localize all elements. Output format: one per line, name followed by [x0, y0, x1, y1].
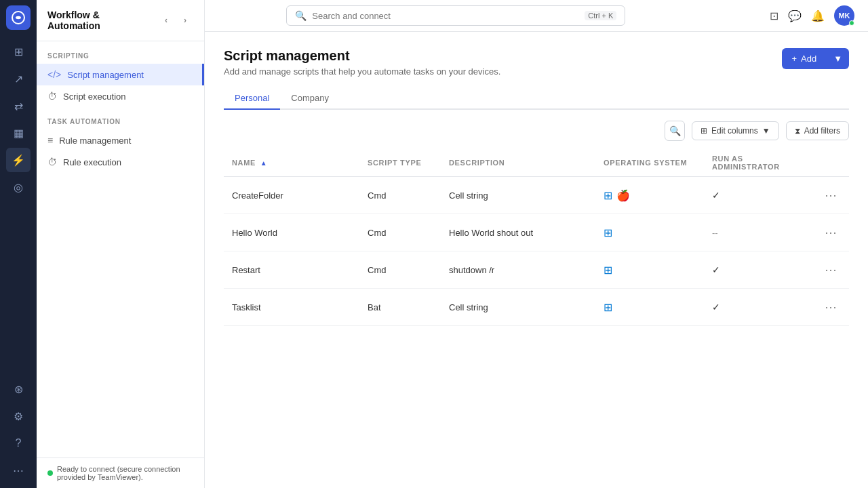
- windows-icon: ⊞: [604, 264, 612, 277]
- row-menu-button[interactable]: ⋯: [821, 224, 841, 241]
- script-management-icon: </>: [47, 69, 61, 80]
- cell-name: Hello World: [224, 214, 359, 251]
- task-automation-section-label: TASK AUTOMATION: [37, 107, 204, 129]
- sidebar-header: Workflow & Automation ‹ ›: [37, 0, 204, 41]
- admin-check: ✓: [712, 190, 720, 201]
- rail-more-icon[interactable]: ⋯: [6, 458, 31, 483]
- search-filter-button[interactable]: 🔍: [665, 121, 685, 141]
- admin-check: ✓: [712, 302, 720, 312]
- cell-os: ⊞: [595, 251, 704, 289]
- windows-icon: ⊞: [604, 301, 612, 314]
- add-button-dropdown-arrow[interactable]: ▼: [827, 48, 849, 69]
- rail-contacts-icon[interactable]: ◎: [6, 175, 31, 199]
- status-dot: [47, 470, 53, 476]
- filter-icon: ⧗: [795, 126, 800, 136]
- tab-personal[interactable]: Personal: [224, 87, 280, 110]
- rail-remote-icon[interactable]: ↗: [6, 66, 31, 91]
- edit-columns-button[interactable]: ⊞ Edit columns ▼: [692, 121, 779, 140]
- col-header-actions: [812, 149, 849, 177]
- sidebar-item-rule-management[interactable]: ≡ Rule management: [37, 129, 204, 151]
- rail-home-icon[interactable]: ⊞: [6, 39, 31, 64]
- windows-icon: ⊞: [604, 189, 612, 202]
- cell-admin: ✓: [704, 289, 812, 326]
- sort-icon: ▲: [260, 159, 268, 167]
- cell-os: ⊞: [595, 289, 704, 326]
- search-shortcut: Ctrl + K: [585, 11, 616, 20]
- windows-icon: ⊞: [604, 226, 612, 239]
- cell-actions: ⋯: [812, 214, 849, 251]
- tab-company[interactable]: Company: [280, 87, 340, 110]
- scripting-section-label: SCRIPTING: [37, 41, 204, 64]
- table-row: Tasklist Bat Cell string ⊞ ✓ ⋯: [224, 289, 849, 326]
- rail-integration-icon[interactable]: ⊛: [6, 377, 31, 401]
- cell-actions: ⋯: [812, 251, 849, 289]
- cell-description: Hello World shout out: [441, 214, 595, 251]
- add-filters-label: Add filters: [804, 126, 840, 136]
- cell-script-type: Bat: [359, 289, 441, 326]
- main-content: 🔍 Ctrl + K ⊡ 💬 🔔 MK Script management Ad…: [205, 0, 868, 488]
- cell-script-type: Cmd: [359, 251, 441, 289]
- chat-icon[interactable]: 💬: [788, 9, 802, 22]
- cell-name: Tasklist: [224, 289, 359, 326]
- notifications-icon[interactable]: 🔔: [811, 9, 825, 22]
- col-header-description: DESCRIPTION: [441, 149, 595, 177]
- col-header-script-type: SCRIPT TYPE: [359, 149, 441, 177]
- topbar: 🔍 Ctrl + K ⊡ 💬 🔔 MK: [205, 0, 868, 32]
- sidebar-item-rule-execution[interactable]: ⏱ Rule execution: [37, 151, 204, 173]
- sidebar-item-label: Script management: [67, 70, 144, 80]
- row-menu-button[interactable]: ⋯: [821, 298, 841, 316]
- row-menu-button[interactable]: ⋯: [821, 186, 841, 204]
- add-filters-button[interactable]: ⧗ Add filters: [786, 121, 849, 140]
- plus-icon: +: [791, 54, 797, 64]
- sidebar-item-label: Rule management: [59, 136, 131, 146]
- admin-dash: --: [712, 228, 718, 238]
- cell-os: ⊞: [595, 214, 704, 251]
- avatar-online-dot: [849, 20, 854, 26]
- rail-settings-icon[interactable]: ⚙: [6, 404, 31, 428]
- table-row: Hello World Cmd Hello World shout out ⊞ …: [224, 214, 849, 251]
- screen-share-icon[interactable]: ⊡: [770, 9, 778, 22]
- search-box[interactable]: 🔍 Ctrl + K: [286, 5, 625, 26]
- sidebar-item-label: Rule execution: [63, 157, 121, 167]
- cell-admin: ✓: [704, 177, 812, 214]
- col-header-os: OPERATING SYSTEM: [595, 149, 704, 177]
- avatar[interactable]: MK: [834, 5, 854, 26]
- cell-name: CreateFolder: [224, 177, 359, 214]
- rail-help-icon[interactable]: ?: [6, 431, 31, 455]
- nav-back-button[interactable]: ‹: [158, 12, 174, 28]
- page-content: Script management Add and manage scripts…: [205, 32, 868, 488]
- edit-columns-chevron: ▼: [762, 126, 770, 136]
- rail-automation-icon[interactable]: ⚡: [6, 148, 31, 172]
- table-row: CreateFolder Cmd Cell string ⊞🍎 ✓ ⋯: [224, 177, 849, 214]
- sidebar-item-script-execution[interactable]: ⏱ Script execution: [37, 85, 204, 107]
- nav-arrows: ‹ ›: [158, 12, 193, 28]
- edit-columns-label: Edit columns: [711, 126, 758, 136]
- search-input[interactable]: [312, 11, 579, 21]
- rail-meeting-icon[interactable]: ▦: [6, 121, 31, 145]
- cell-admin: ✓: [704, 251, 812, 289]
- add-button[interactable]: + Add ▼: [782, 48, 849, 69]
- add-button-label: + Add: [782, 48, 826, 69]
- rail-transfer-icon[interactable]: ⇄: [6, 94, 31, 118]
- sidebar-item-script-management[interactable]: </> Script management: [37, 64, 204, 85]
- cell-description: Cell string: [441, 289, 595, 326]
- cell-description: shutdown /r: [441, 251, 595, 289]
- nav-forward-button[interactable]: ›: [177, 12, 193, 28]
- page-header: Script management Add and manage scripts…: [224, 48, 849, 77]
- col-header-name: NAME ▲: [224, 149, 359, 177]
- page-title: Script management: [224, 48, 500, 64]
- icon-rail: ⊞ ↗ ⇄ ▦ ⚡ ◎ ⊛ ⚙ ? ⋯: [0, 0, 37, 488]
- row-menu-button[interactable]: ⋯: [821, 261, 841, 279]
- sidebar: Workflow & Automation ‹ › SCRIPTING </> …: [37, 0, 205, 488]
- sidebar-item-label: Script execution: [63, 92, 126, 102]
- col-header-admin: RUN AS ADMINISTRATOR: [704, 149, 812, 177]
- cell-admin: --: [704, 214, 812, 251]
- table-toolbar: 🔍 ⊞ Edit columns ▼ ⧗ Add filters: [224, 121, 849, 141]
- page-header-text: Script management Add and manage scripts…: [224, 48, 500, 77]
- rule-management-icon: ≡: [47, 135, 53, 146]
- script-execution-icon: ⏱: [47, 91, 57, 102]
- sidebar-title: Workflow & Automation: [47, 9, 151, 31]
- edit-columns-icon: ⊞: [701, 126, 707, 136]
- admin-check: ✓: [712, 264, 720, 275]
- tabs: Personal Company: [224, 87, 849, 110]
